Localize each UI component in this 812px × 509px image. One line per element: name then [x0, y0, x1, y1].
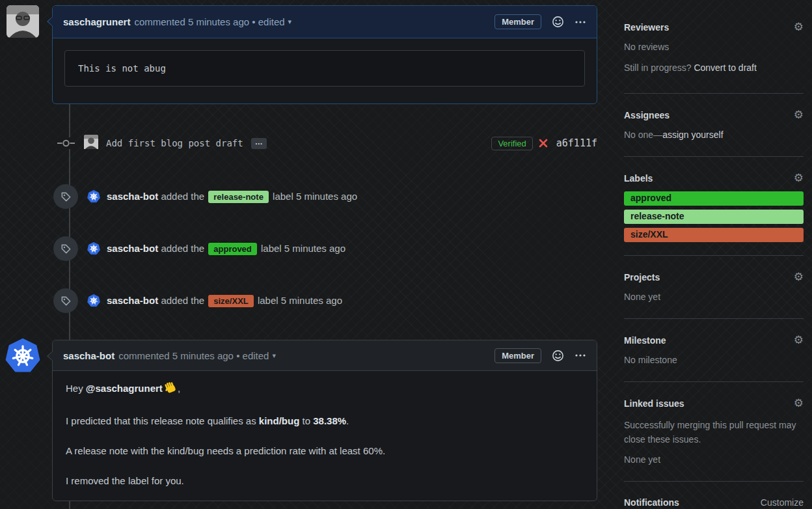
greeting-punct: ,	[178, 383, 180, 394]
kebab-icon	[575, 20, 586, 24]
event-badge	[53, 236, 78, 261]
tag-icon	[61, 296, 72, 307]
gear-icon[interactable]: ⚙	[794, 271, 804, 282]
label-pill[interactable]: release-note	[624, 210, 804, 224]
sidebar-section-assignees: Assignees ⚙ No one—assign yourself	[624, 109, 804, 157]
status-failed-x-icon[interactable]	[538, 138, 548, 148]
bot-avatar-large[interactable]	[5, 338, 40, 374]
mention-link[interactable]: @saschagrunert	[86, 383, 163, 394]
comment-arrow	[48, 351, 53, 361]
user-photo-icon	[84, 135, 98, 149]
projects-title: Projects	[624, 272, 660, 282]
linked-issues-empty-text: None yet	[624, 454, 804, 465]
emoji-reaction-button[interactable]	[552, 350, 564, 362]
label-pill[interactable]: approved	[208, 243, 257, 255]
event-suffix: label 5 minutes ago	[258, 295, 342, 306]
sidebar-section-linked-issues: Linked issues ⚙ Successfully merging thi…	[624, 398, 804, 482]
tag-icon	[61, 243, 72, 255]
assignees-empty-prefix: No one—	[624, 130, 662, 140]
event-suffix: label 5 minutes ago	[261, 243, 345, 254]
reviewers-hint: Still in progress? Convert to draft	[624, 62, 804, 74]
bot-avatar[interactable]	[87, 242, 100, 255]
event-action: added the	[161, 191, 204, 202]
label-pill[interactable]: approved	[624, 191, 804, 206]
comment-paragraph: I removed the label for you.	[66, 474, 584, 488]
edited-dropdown-caret-icon[interactable]: ▾	[288, 18, 292, 26]
label-event-row: sascha-bot added the release-note label …	[53, 184, 597, 210]
kubernetes-logo-icon	[87, 190, 100, 203]
prediction-mid: to	[303, 415, 311, 426]
gear-icon[interactable]: ⚙	[794, 109, 804, 120]
comment-meta: commented 5 minutes ago • edited	[118, 350, 269, 361]
commit-hash-link[interactable]: a6f111f	[556, 137, 597, 149]
prediction-text: I predicted that this release note quali…	[66, 415, 256, 426]
gear-icon[interactable]: ⚙	[794, 21, 804, 33]
event-actor-link[interactable]: sascha-bot	[107, 243, 158, 254]
label-pill[interactable]: size/XXL	[624, 228, 804, 242]
emoji-reaction-button[interactable]	[552, 16, 564, 28]
prediction-rate: 38.38%	[313, 415, 346, 426]
customize-link[interactable]: Customize	[761, 497, 804, 508]
comment-saschagrunert: saschagrunert commented 5 minutes ago • …	[52, 5, 597, 104]
reviewers-empty-text: No reviews	[624, 42, 804, 53]
gear-icon[interactable]: ⚙	[794, 172, 804, 184]
linked-issues-description: Successfully merging this pull request m…	[624, 418, 804, 447]
commit-icon-wrap	[57, 137, 75, 149]
kubernetes-logo-icon	[5, 338, 40, 374]
label-pill[interactable]: size/XXL	[208, 295, 253, 307]
waving-hand-emoji-icon	[165, 381, 178, 398]
verified-badge[interactable]: Verified	[491, 137, 532, 150]
assignees-title: Assignees	[624, 110, 670, 120]
code-block: This is not abug	[64, 50, 585, 87]
gear-icon[interactable]: ⚙	[794, 335, 804, 346]
comment-sascha-bot: sascha-bot commented 5 minutes ago • edi…	[52, 340, 597, 501]
tag-icon	[61, 191, 72, 202]
notifications-title: Notifications	[624, 497, 679, 508]
comment-body: This is not abug	[53, 38, 597, 98]
kebab-menu-button[interactable]	[575, 353, 586, 357]
commit-author-avatar[interactable]	[84, 135, 98, 152]
label-event-row: sascha-bot added the size/XXL label 5 mi…	[53, 288, 597, 314]
comment-author-link[interactable]: saschagrunert	[63, 16, 130, 27]
edited-dropdown-caret-icon[interactable]: ▾	[272, 351, 276, 360]
commit-message-link[interactable]: Add first blog post draft	[106, 138, 243, 148]
comment-arrow	[48, 16, 53, 27]
comment-header: sascha-bot commented 5 minutes ago • edi…	[53, 340, 597, 371]
gear-icon[interactable]: ⚙	[794, 398, 804, 409]
member-badge[interactable]: Member	[494, 348, 541, 363]
sidebar: Reviewers ⚙ No reviews Still in progress…	[624, 21, 804, 509]
event-actor-link[interactable]: sascha-bot	[107, 191, 158, 202]
comment-header: saschagrunert commented 5 minutes ago • …	[53, 6, 597, 38]
sidebar-section-labels: Labels ⚙ approved release-note size/XXL	[624, 172, 804, 256]
comment-paragraph: I predicted that this release note quali…	[66, 414, 584, 428]
assign-yourself-link[interactable]: assign yourself	[662, 130, 723, 140]
bot-avatar[interactable]	[87, 294, 100, 307]
event-badge	[53, 288, 78, 313]
smiley-icon	[552, 350, 564, 362]
commit-expand-button[interactable]: …	[251, 138, 267, 149]
kubernetes-logo-icon	[87, 242, 100, 255]
comment-meta: commented 5 minutes ago • edited	[134, 16, 284, 27]
sidebar-section-notifications: Notifications Customize	[624, 497, 804, 508]
event-text: sascha-bot added the release-note label …	[107, 191, 357, 203]
convert-to-draft-link[interactable]: Convert to draft	[694, 62, 757, 73]
kebab-menu-button[interactable]	[575, 20, 586, 24]
milestone-empty-text: No milestone	[624, 355, 804, 366]
member-badge[interactable]: Member	[494, 14, 541, 29]
label-pill[interactable]: release-note	[208, 191, 269, 203]
hint-text: Still in progress?	[624, 62, 692, 73]
label-event-row: sascha-bot added the approved label 5 mi…	[53, 236, 597, 262]
avatar[interactable]	[7, 5, 39, 38]
comment-author-link[interactable]: sascha-bot	[63, 350, 115, 361]
comment-paragraph: A release note with the kind/bug needs a…	[66, 444, 584, 458]
greeting-text: Hey	[66, 383, 83, 394]
git-commit-icon	[57, 139, 75, 148]
user-photo-icon	[7, 5, 39, 38]
event-actor-link[interactable]: sascha-bot	[107, 295, 158, 306]
event-suffix: label 5 minutes ago	[273, 191, 357, 202]
labels-title: Labels	[624, 173, 653, 184]
assignees-empty-text: No one—assign yourself	[624, 130, 804, 141]
smiley-icon	[552, 16, 564, 28]
event-action: added the	[161, 243, 204, 254]
bot-avatar[interactable]	[87, 190, 100, 203]
